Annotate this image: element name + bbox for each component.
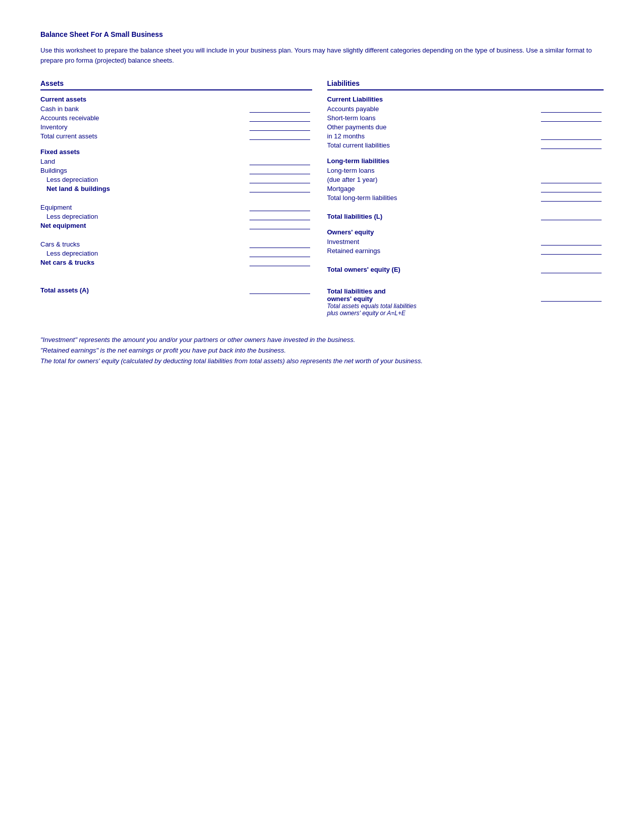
assets-heading: Assets [40, 79, 312, 90]
list-item: Cash in bank [40, 105, 312, 113]
fixed-assets-label: Fixed assets [40, 148, 312, 156]
accounts-receivable-field[interactable] [250, 115, 310, 122]
list-item: Buildings [40, 167, 312, 174]
list-item: Less depreciation [40, 213, 312, 220]
other-payments-field[interactable] [541, 133, 602, 140]
current-assets-label: Current assets [40, 95, 312, 103]
net-land-buildings-field[interactable] [250, 185, 310, 192]
owners-equity-label: Owners' equity [327, 228, 604, 236]
total-equity-row: Total owners' equity (E) [327, 263, 604, 273]
equipment-field[interactable] [250, 204, 310, 211]
list-item: Total current assets [40, 132, 312, 140]
buildings-field[interactable] [250, 167, 310, 174]
long-term-liabilities-label: Long-term liabilities [327, 157, 604, 165]
equipment-depreciation-field[interactable] [250, 213, 310, 220]
list-item: Total liabilities (L) [327, 213, 604, 220]
intro-text: Use this worksheet to prepare the balanc… [40, 45, 604, 65]
footnote-2: "Retained earnings" is the net earnings … [40, 346, 604, 356]
total-liabilities-field[interactable] [541, 213, 602, 220]
long-term-liabilities-section: Long-term liabilities Long-term loans (d… [327, 157, 604, 202]
fixed-assets-section: Fixed assets Land Buildings Less depreci… [40, 148, 312, 192]
total-liabilities-row: Total liabilities (L) [327, 210, 604, 220]
cars-depreciation-field[interactable] [250, 250, 310, 257]
cars-trucks-section: Cars & trucks Less depreciation Net cars… [40, 237, 312, 266]
net-equipment-field[interactable] [250, 222, 310, 229]
land-field[interactable] [250, 158, 310, 165]
list-item: Net equipment [40, 222, 312, 229]
list-item: Inventory [40, 123, 312, 131]
list-item: Total current liabilities [327, 141, 604, 149]
list-item: Accounts receivable [40, 114, 312, 122]
total-assets-field[interactable] [250, 287, 310, 294]
long-term-loans-field[interactable] [541, 176, 602, 183]
total-both-section: Total liabilities and owners' equity Tot… [327, 287, 604, 317]
liabilities-column: Liabilities Current Liabilities Accounts… [322, 79, 604, 325]
list-item: Net cars & trucks [40, 259, 312, 266]
net-cars-trucks-field[interactable] [250, 259, 310, 266]
investment-field[interactable] [541, 238, 602, 246]
list-item: Less depreciation [40, 250, 312, 257]
total-equity-field[interactable] [541, 266, 602, 273]
list-item: Long-term loans [327, 167, 604, 174]
page-title: Balance Sheet For A Small Business [40, 30, 604, 38]
list-item: Cars & trucks [40, 240, 312, 248]
footnote-3: The total for owners' equity (calculated… [40, 356, 604, 367]
accounts-payable-field[interactable] [541, 106, 602, 113]
list-item: Net land & buildings [40, 185, 312, 192]
list-item: Other payments due [327, 123, 604, 131]
list-item: Equipment [40, 204, 312, 211]
total-both-field[interactable] [541, 295, 602, 302]
total-current-liabilities-field[interactable] [541, 142, 602, 149]
total-assets-row: Total assets (A) [40, 286, 312, 294]
list-item: Total owners' equity (E) [327, 266, 604, 273]
list-item: in 12 months [327, 132, 604, 140]
cars-trucks-field[interactable] [250, 241, 310, 248]
owners-equity-section: Owners' equity Investment Retained earni… [327, 228, 604, 255]
list-item: Accounts payable [327, 105, 604, 113]
short-term-loans-field[interactable] [541, 115, 602, 122]
list-item: Land [40, 158, 312, 165]
inventory-field[interactable] [250, 124, 310, 131]
mortgage-field[interactable] [541, 185, 602, 192]
current-liabilities-section: Current Liabilities Accounts payable Sho… [327, 95, 604, 149]
list-item: (due after 1 year) [327, 176, 604, 183]
list-item: Total long-term liabilities [327, 194, 604, 202]
cash-in-bank-field[interactable] [250, 106, 310, 113]
retained-earnings-field[interactable] [541, 248, 602, 255]
list-item: Less depreciation [40, 176, 312, 183]
list-item: Mortgage [327, 185, 604, 192]
total-both-row: Total liabilities and owners' equity Tot… [327, 287, 604, 317]
equipment-section: Equipment Less depreciation Net equipmen… [40, 201, 312, 229]
current-assets-section: Current assets Cash in bank Accounts rec… [40, 95, 312, 140]
liabilities-heading: Liabilities [327, 79, 604, 90]
buildings-depreciation-field[interactable] [250, 176, 310, 183]
assets-column: Assets Current assets Cash in bank Accou… [40, 79, 322, 325]
list-item: Short-term loans [327, 114, 604, 122]
footnotes-section: "Investment" represents the amount you a… [40, 335, 604, 366]
list-item: Retained earnings [327, 247, 604, 255]
total-long-term-liabilities-field[interactable] [541, 194, 602, 202]
total-current-assets-field[interactable] [250, 133, 310, 140]
current-liabilities-label: Current Liabilities [327, 95, 604, 103]
footnote-1: "Investment" represents the amount you a… [40, 335, 604, 346]
list-item: Investment [327, 238, 604, 246]
